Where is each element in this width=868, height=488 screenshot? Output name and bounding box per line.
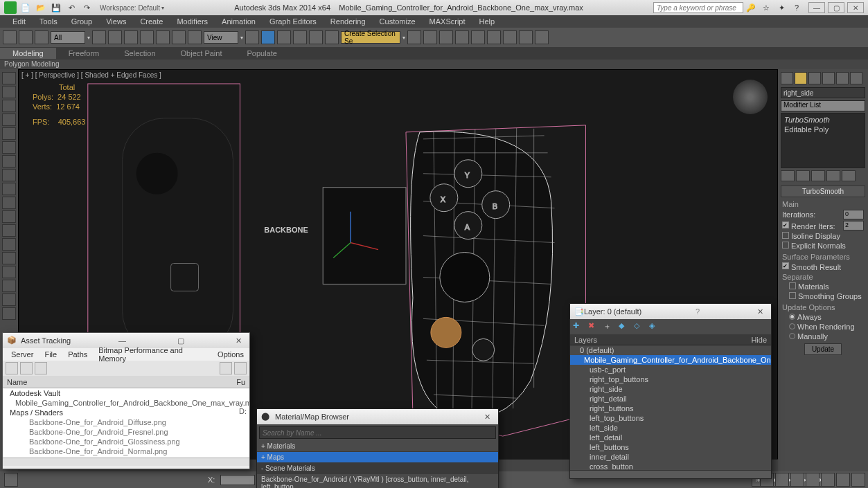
lt-btn-8[interactable] [2,169,16,181]
new-icon[interactable]: 📄 [19,1,32,14]
maximize-button[interactable]: ▢ [828,2,844,13]
asset-max-btn[interactable]: ▢ [174,336,188,345]
isoline-check[interactable] [782,232,789,239]
lt-btn-2[interactable] [2,86,16,98]
asset-row[interactable]: Backbone-One_for_Android_Glossiness.png [3,437,249,446]
mat-row[interactable]: + Materials [257,441,498,452]
select-rect-tool[interactable] [124,30,138,44]
layer-tb-add[interactable]: ＋ [603,321,614,332]
mat-close-btn[interactable]: ✕ [481,413,494,422]
modifier-list-dropdown[interactable]: Modifier List [781,100,865,111]
cmd-utilities-icon[interactable] [850,72,862,84]
layer-close-btn[interactable]: ✕ [754,307,767,316]
angle-snap[interactable] [277,30,291,44]
close-button[interactable]: ✕ [847,2,864,13]
lt-btn-6[interactable] [2,141,16,154]
opt-rendering-radio[interactable] [789,323,795,329]
opt-always-radio[interactable] [789,314,795,320]
asset-tb-5[interactable] [234,362,247,374]
asset-menu-bitmap[interactable]: Bitmap Performance and Memory [93,346,212,363]
cmd-create-icon[interactable] [781,72,793,84]
asset-tb-2[interactable] [20,362,33,374]
asset-menu-server[interactable]: Server [6,350,39,359]
make-unique[interactable] [811,170,825,181]
menu-animation[interactable]: Animation [215,16,263,27]
ref-coord-system[interactable]: View [204,31,238,44]
lt-btn-16[interactable] [2,280,16,292]
menu-tools[interactable]: Tools [33,16,64,27]
stack-turbosmooth[interactable]: TurboSmooth [783,115,863,125]
show-end-result[interactable] [796,170,810,181]
bind-tool[interactable] [35,30,48,44]
menu-modifiers[interactable]: Modifiers [170,16,215,27]
menu-edit[interactable]: Edit [6,16,33,27]
asset-menu-options[interactable]: Options [212,350,249,359]
mat-row[interactable]: Backbone-One_for_Android ( VRayMtl ) [cr… [257,474,498,488]
lt-btn-5[interactable] [2,127,16,140]
nav-orbit[interactable] [836,473,850,487]
snap-toggle[interactable] [261,30,275,44]
layer-row[interactable]: left_detail [570,433,771,442]
layer-hdr-hide[interactable]: Hide [751,336,767,344]
menu-create[interactable]: Create [133,16,170,27]
undo-icon[interactable]: ↶ [65,1,78,14]
mirror-tool[interactable] [407,30,421,44]
layer-row[interactable]: right_buttons [570,404,771,413]
smooth-result-check[interactable] [782,262,789,269]
modifier-stack[interactable]: TurboSmooth Editable Poly [781,113,865,168]
nav-fov[interactable] [806,473,820,487]
lt-btn-1[interactable] [2,72,16,84]
minimize-button[interactable]: ― [808,2,825,13]
cmd-display-icon[interactable] [836,72,849,84]
cmd-motion-icon[interactable] [822,72,835,84]
asset-tb-1[interactable] [6,362,18,374]
lt-btn-13[interactable] [2,238,16,251]
scale-tool[interactable] [188,30,202,44]
asset-row[interactable]: Mobile_Gaming_Controller_for_Android_Bac… [3,398,249,408]
lt-btn-9[interactable] [2,183,16,195]
percent-snap[interactable] [293,30,307,44]
asset-row[interactable]: Maps / Shaders [3,408,249,417]
layer-tb-new[interactable]: ✚ [573,321,584,332]
update-button[interactable]: Update [804,343,842,355]
nav-maximize[interactable] [851,473,865,487]
render-production[interactable] [535,30,549,44]
stack-editable-poly[interactable]: Editable Poly [783,125,863,134]
menu-group[interactable]: Group [64,16,100,27]
align-tool[interactable] [423,30,437,44]
asset-col-name[interactable]: Name [7,378,236,386]
asset-row[interactable]: Backbone-One_for_Android_Normal.png [3,446,249,456]
unlink-tool[interactable] [19,30,33,44]
layer-row[interactable]: right_detail [570,394,771,404]
signin-icon[interactable]: ☆ [760,1,772,14]
ribbon-tab-modeling[interactable]: Modeling [0,48,56,59]
ribbon-tab-populate[interactable]: Populate [234,48,289,59]
selection-filter[interactable]: All [51,31,85,44]
layer-row[interactable]: cross_button [570,462,771,470]
render-setup[interactable] [503,30,517,44]
explicit-check[interactable] [782,242,789,248]
workspace-dropdown[interactable]: Workspace: Default [100,4,160,12]
rendered-frame[interactable] [519,30,533,44]
redo-icon[interactable]: ↷ [80,1,93,14]
menu-help[interactable]: Help [472,16,502,27]
asset-tree[interactable]: Autodesk VaultMobile_Gaming_Controller_f… [3,388,249,458]
mat-row[interactable]: + Maps [257,452,498,463]
sep-materials-check[interactable] [789,282,796,289]
pin-stack[interactable] [781,170,795,181]
move-tool[interactable] [156,30,170,44]
layer-tb-del[interactable]: ✖ [588,321,599,332]
maxscript-listener[interactable] [4,473,18,487]
asset-row[interactable]: Autodesk Vault [3,388,249,398]
link-tool[interactable] [3,30,17,44]
nav-pan[interactable] [821,473,835,487]
lt-btn-7[interactable] [2,155,16,168]
edit-named-sel[interactable] [325,30,339,44]
save-icon[interactable]: 💾 [50,1,62,14]
layer-row[interactable]: left_side [570,423,771,433]
lt-btn-18[interactable] [2,307,16,320]
lt-btn-12[interactable] [2,224,16,237]
asset-close-btn[interactable]: ✕ [232,336,245,345]
material-editor[interactable] [487,30,501,44]
render-iters-spinner[interactable]: 2 [843,221,864,231]
